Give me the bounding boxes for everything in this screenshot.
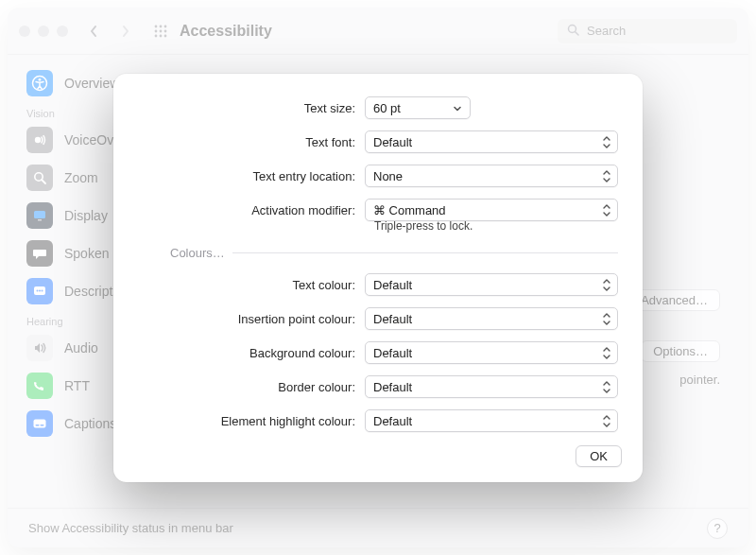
border-colour-value: Default [373, 380, 412, 394]
traffic-lights [19, 26, 68, 37]
titlebar: Accessibility [8, 8, 748, 55]
hover-text-sheet: Text size: 60 pt Text font: Default [113, 74, 643, 482]
svg-point-13 [35, 137, 41, 143]
sidebar-item-label: Captions [64, 416, 116, 431]
updown-icon [602, 168, 613, 183]
updown-icon [602, 202, 613, 217]
highlight-colour-value: Default [373, 414, 412, 428]
forward-button[interactable] [113, 21, 138, 42]
ok-button[interactable]: OK [576, 445, 622, 467]
border-colour-popup[interactable]: Default [365, 375, 618, 398]
svg-rect-17 [38, 219, 42, 221]
menu-bar-status-label: Show Accessibility status in menu bar [28, 521, 233, 535]
options-button[interactable]: Options… [641, 340, 720, 362]
sidebar-item-label: Zoom [64, 170, 98, 185]
sidebar-item-label: Display [64, 208, 108, 223]
descriptions-icon [26, 278, 53, 304]
audio-icon [26, 335, 53, 361]
updown-icon [602, 134, 613, 149]
window-title: Accessibility [180, 23, 272, 40]
chevron-down-icon [453, 102, 464, 113]
footer: Show Accessibility status in menu bar ? [8, 508, 748, 547]
svg-point-6 [155, 34, 158, 37]
captions-icon [26, 410, 53, 437]
updown-icon [602, 277, 613, 292]
text-size-popup[interactable]: 60 pt [365, 96, 471, 119]
svg-point-21 [42, 290, 43, 292]
insertion-colour-label: Insertion point colour: [138, 312, 365, 326]
entry-location-value: None [373, 169, 403, 183]
activation-modifier-value: ⌘ Command [373, 203, 446, 217]
activation-modifier-popup[interactable]: ⌘ Command [365, 199, 618, 221]
svg-rect-16 [34, 211, 45, 218]
minimize-window-icon[interactable] [38, 26, 49, 37]
text-colour-popup[interactable]: Default [365, 273, 618, 296]
colours-section: Colours… [170, 246, 618, 260]
svg-point-19 [37, 290, 39, 292]
bg-colour-popup[interactable]: Default [365, 341, 618, 364]
entry-location-popup[interactable]: None [365, 165, 618, 187]
insertion-colour-value: Default [373, 312, 412, 326]
entry-location-label: Text entry location: [138, 169, 365, 183]
divider [232, 252, 618, 253]
updown-icon [602, 345, 613, 360]
svg-point-20 [39, 290, 41, 292]
speech-bubble-icon [26, 240, 53, 267]
zoom-icon [26, 165, 53, 191]
svg-rect-24 [41, 425, 44, 426]
svg-point-3 [155, 29, 158, 32]
svg-point-0 [155, 25, 158, 27]
svg-point-2 [164, 25, 167, 27]
text-font-label: Text font: [138, 135, 365, 149]
svg-line-15 [42, 180, 45, 183]
voiceover-icon [26, 127, 53, 153]
bg-colour-label: Background colour: [138, 346, 365, 360]
sidebar-item-label: RTT [64, 378, 90, 393]
nav-buttons [81, 21, 138, 42]
svg-rect-22 [34, 420, 46, 428]
svg-rect-23 [36, 425, 40, 426]
insertion-colour-popup[interactable]: Default [365, 307, 618, 330]
text-colour-value: Default [373, 278, 412, 292]
bg-colour-value: Default [373, 346, 412, 360]
search-field[interactable] [558, 19, 737, 43]
text-size-value: 60 pt [373, 101, 401, 115]
colours-section-title: Colours… [170, 246, 225, 260]
text-font-popup[interactable]: Default [365, 130, 618, 153]
border-colour-label: Border colour: [138, 380, 365, 394]
updown-icon [602, 413, 613, 428]
activation-hint: Triple-press to lock. [374, 219, 618, 233]
highlight-colour-label: Element highlight colour: [138, 414, 365, 428]
text-font-value: Default [373, 135, 412, 149]
updown-icon [602, 311, 613, 326]
svg-point-7 [160, 34, 163, 37]
updown-icon [602, 379, 613, 394]
svg-line-10 [576, 31, 579, 35]
activation-modifier-label: Activation modifier: [138, 203, 365, 217]
svg-point-1 [160, 25, 163, 27]
svg-point-5 [164, 29, 167, 32]
text-colour-label: Text colour: [138, 278, 365, 292]
search-icon [567, 24, 579, 39]
search-input[interactable] [585, 23, 717, 39]
svg-point-8 [164, 34, 167, 37]
zoom-window-icon[interactable] [57, 26, 68, 37]
sidebar-item-label: Overview [64, 76, 119, 91]
close-window-icon[interactable] [19, 26, 30, 37]
sidebar-item-label: Audio [64, 340, 98, 356]
rtt-icon [26, 373, 53, 399]
svg-point-4 [160, 29, 163, 32]
text-size-label: Text size: [138, 101, 365, 115]
back-button[interactable] [81, 21, 106, 42]
pointer-text: pointer. [679, 373, 720, 387]
display-icon [26, 202, 53, 229]
highlight-colour-popup[interactable]: Default [365, 409, 618, 432]
help-button[interactable]: ? [707, 518, 728, 539]
accessibility-icon [26, 70, 53, 96]
svg-point-12 [39, 78, 42, 81]
show-all-button[interactable] [147, 21, 174, 42]
